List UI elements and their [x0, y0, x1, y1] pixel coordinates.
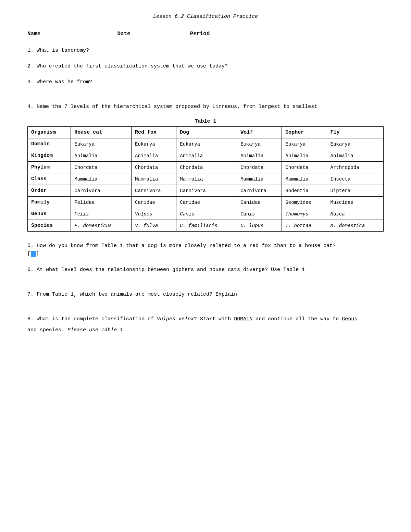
cell-kingdom-redfox: Animalia — [132, 150, 176, 162]
table-row: Domain Eukarya Eukarya Eukarya Eukarya E… — [28, 138, 384, 150]
table-row: Family Felidae Canidae Canidae Canidae G… — [28, 197, 384, 208]
question-3: 3. Where was he from? — [27, 78, 384, 86]
cell-order-housecat: Carnivora — [71, 185, 132, 197]
cell-species-housecat: F. domesticus — [71, 220, 132, 232]
cell-domain-redfox: Eukarya — [132, 138, 176, 150]
question-4: 4. Name the 7 levels of the hierarchical… — [27, 103, 384, 111]
question-2: 2. Who created the first classification … — [27, 62, 384, 71]
col-gopher: Gopher — [282, 127, 327, 138]
cell-kingdom-housecat: Animalia — [71, 150, 132, 162]
table-row: Class Mammalia Mammalia Mammalia Mammali… — [28, 173, 384, 185]
cell-phylum-gopher: Chordata — [282, 162, 327, 173]
question-8: 8. What is the complete classification o… — [27, 315, 384, 334]
col-redfox: Red fox — [132, 127, 176, 138]
question-5: 5. How do you know from Table 1 that a d… — [27, 242, 384, 258]
cell-domain-fly: Eukarya — [327, 138, 383, 150]
cell-class-fly: Insecta — [327, 173, 383, 185]
cell-family-gopher: Geomyidae — [282, 197, 327, 208]
cell-genus-housecat: Felis — [71, 208, 132, 220]
cell-order-wolf: Carnivora — [237, 185, 282, 197]
cell-genus-gopher: Thomomys — [282, 208, 327, 220]
row-label-genus: Genus — [28, 208, 71, 220]
cell-species-wolf: C. lupus — [237, 220, 282, 232]
row-label-family: Family — [28, 197, 71, 208]
row-label-order: Order — [28, 185, 71, 197]
cell-genus-dog: Canis — [176, 208, 237, 220]
cell-kingdom-fly: Animalia — [327, 150, 383, 162]
cell-family-fly: Muscidae — [327, 197, 383, 208]
cell-family-wolf: Canidae — [237, 197, 282, 208]
period-label: Period — [190, 31, 210, 37]
cell-kingdom-gopher: Animalia — [282, 150, 327, 162]
classification-table: Organism House cat Red fox Dog Wolf Goph… — [27, 126, 384, 232]
col-fly: Fly — [327, 127, 383, 138]
cell-order-gopher: Rodentia — [282, 185, 327, 197]
cell-phylum-redfox: Chordata — [132, 162, 176, 173]
cell-class-wolf: Mammalia — [237, 173, 282, 185]
cell-order-fly: Diptera — [327, 185, 383, 197]
cell-species-gopher: T. bottae — [282, 220, 327, 232]
cell-order-dog: Carnivora — [176, 185, 237, 197]
cell-class-housecat: Mammalia — [71, 173, 132, 185]
row-label-class: Class — [28, 173, 71, 185]
page-title: Lesson 6.2 Classification Practice — [27, 14, 384, 20]
cursor-indicator: [] — [27, 251, 39, 257]
cell-phylum-fly: Arthropoda — [327, 162, 383, 173]
row-label-species: Species — [28, 220, 71, 232]
table-row: Kingdom Animalia Animalia Animalia Anima… — [28, 150, 384, 162]
cell-phylum-housecat: Chordata — [71, 162, 132, 173]
cell-phylum-dog: Chordata — [176, 162, 237, 173]
name-label: Name — [27, 31, 40, 37]
date-label: Date — [117, 31, 130, 37]
cell-class-dog: Mammalia — [176, 173, 237, 185]
cell-domain-dog: Eukarya — [176, 138, 237, 150]
cell-kingdom-dog: Animalia — [176, 150, 237, 162]
table-title: Table 1 — [27, 119, 384, 124]
cell-phylum-wolf: Chordata — [237, 162, 282, 173]
row-label-phylum: Phylum — [28, 162, 71, 173]
col-wolf: Wolf — [237, 127, 282, 138]
cell-family-housecat: Felidae — [71, 197, 132, 208]
question-7: 7. From Table 1, which two animals are m… — [27, 290, 384, 299]
cell-species-fly: M. domestica — [327, 220, 383, 232]
cell-domain-wolf: Eukarya — [237, 138, 282, 150]
cell-genus-redfox: Vulpes — [132, 208, 176, 220]
question-1: 1. What is taxonomy? — [27, 47, 384, 55]
cell-genus-fly: Musca — [327, 208, 383, 220]
cell-family-redfox: Canidae — [132, 197, 176, 208]
row-label-domain: Domain — [28, 138, 71, 150]
question-6: 6. At what level does the relationship b… — [27, 266, 384, 274]
header-row: Name Date Period — [27, 29, 384, 37]
cell-species-redfox: V. fulva — [132, 220, 176, 232]
table-row: Phylum Chordata Chordata Chordata Chorda… — [28, 162, 384, 173]
table-row: Genus Felis Vulpes Canis Canis Thomomys … — [28, 208, 384, 220]
cell-domain-housecat: Eukarya — [71, 138, 132, 150]
cell-domain-gopher: Eukarya — [282, 138, 327, 150]
cell-kingdom-wolf: Animalia — [237, 150, 282, 162]
cell-class-gopher: Mammalia — [282, 173, 327, 185]
cell-order-redfox: Carnivora — [132, 185, 176, 197]
col-organism: Organism — [28, 127, 71, 138]
table-row: Species F. domesticus V. fulva C. famili… — [28, 220, 384, 232]
cell-species-dog: C. familiaris — [176, 220, 237, 232]
cell-class-redfox: Mammalia — [132, 173, 176, 185]
cell-family-dog: Canidae — [176, 197, 237, 208]
col-housecat: House cat — [71, 127, 132, 138]
table-row: Order Carnivora Carnivora Carnivora Carn… — [28, 185, 384, 197]
col-dog: Dog — [176, 127, 237, 138]
cell-genus-wolf: Canis — [237, 208, 282, 220]
row-label-kingdom: Kingdom — [28, 150, 71, 162]
